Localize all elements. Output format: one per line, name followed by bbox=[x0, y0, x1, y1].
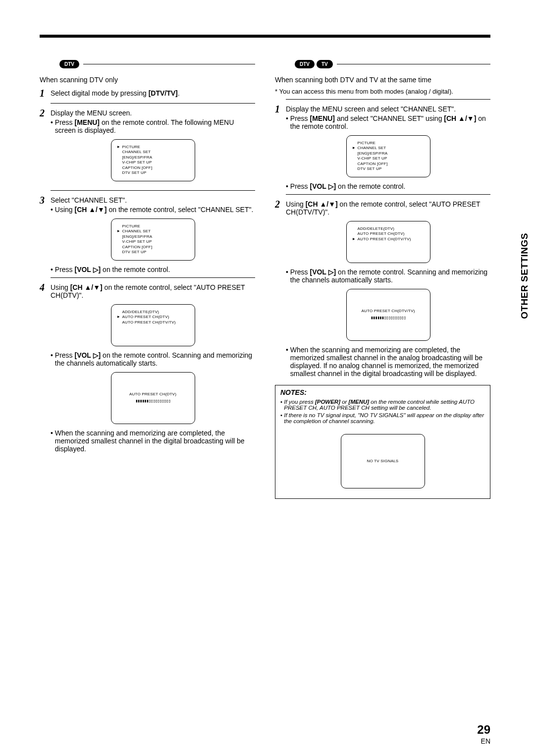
step-2r: 2 Using [CH ▲/▼] on the remote control, … bbox=[275, 199, 490, 378]
step-number: 2 bbox=[40, 108, 51, 186]
osd-menu-item: AUTO PRESET CH(DTV/TV) bbox=[358, 237, 411, 242]
step-text: Using [CH ▲/▼] on the remote control, se… bbox=[51, 283, 245, 299]
step-number: 1 bbox=[40, 88, 51, 99]
osd-menu-item: ADD/DELETE(DTV) bbox=[358, 226, 395, 231]
osd-menu-item: CAPTION [OFF] bbox=[358, 162, 388, 166]
top-rule bbox=[40, 35, 490, 38]
osd-menu-item: DTV SET UP bbox=[122, 250, 147, 255]
osd-menu-item: CAPTION [OFF] bbox=[122, 165, 153, 170]
osd-preset-dtv: ADD/DELETE(DTV)AUTO PRESET CH(DTV)AUTO P… bbox=[111, 304, 195, 346]
osd-title: AUTO PRESET CH(DTV) bbox=[129, 392, 176, 397]
step-number: 2 bbox=[275, 199, 286, 378]
dtv-tag: DTV bbox=[295, 60, 315, 68]
osd-menu-item: DTV SET UP bbox=[122, 170, 147, 175]
note-item: If you press [POWER] or [MENU] on the re… bbox=[284, 399, 485, 411]
dtv-tag: DTV bbox=[59, 60, 79, 68]
tag-rule-line bbox=[83, 64, 255, 64]
step-number: 4 bbox=[40, 282, 51, 453]
osd-preset-dtvtv: ADD/DELETE(DTV)AUTO PRESET CH(DTV)AUTO P… bbox=[346, 221, 430, 263]
osd-scanning-dtvtv: AUTO PRESET CH(DTV/TV) ▮▮▮▮▮▮▯▯▯▯▯▯▯▯▯▯ bbox=[346, 289, 430, 341]
left-intro: When scanning DTV only bbox=[40, 76, 255, 84]
step-2: 2 Display the MENU screen. Press [MENU] … bbox=[40, 108, 255, 186]
osd-menu-item: AUTO PRESET CH(DTV) bbox=[122, 315, 169, 320]
bullet-text: Press [VOL ▷] on the remote control. bbox=[55, 266, 255, 273]
dtv-tv-button-label: [DTV/TV] bbox=[149, 89, 178, 97]
bullet-text: When the scanning and memorizing are com… bbox=[55, 429, 255, 453]
notes-box: NOTES: If you press [POWER] or [MENU] on… bbox=[275, 385, 490, 499]
osd-menu-item: [ENG]/ESP/FRA bbox=[122, 155, 153, 160]
osd-menu-channel: PICTURECHANNEL SET[ENG]/ESP/FRAV-CHIP SE… bbox=[111, 218, 195, 261]
bullet-text: When the scanning and memorizing are com… bbox=[290, 346, 490, 378]
step-divider bbox=[286, 194, 490, 195]
osd-menu-item: PICTURE bbox=[122, 145, 141, 150]
step-4: 4 Using [CH ▲/▼] on the remote control, … bbox=[40, 282, 255, 453]
osd-no-signal: NO TV SIGNALS bbox=[341, 434, 425, 488]
osd-menu-item: [ENG]/ESP/FRA bbox=[358, 151, 388, 156]
osd-menu-item: CAPTION [OFF] bbox=[122, 245, 153, 250]
right-column: DTV TV When scanning both DTV and TV at … bbox=[275, 60, 490, 499]
osd-menu-item: CHANNEL SET bbox=[122, 150, 151, 155]
osd-scanning-dtv: AUTO PRESET CH(DTV) ▮▮▮▮▮▮▯▯▯▯▯▯▯▯▯▯ bbox=[111, 372, 195, 424]
osd-menu-item: PICTURE bbox=[358, 141, 376, 146]
bullet-text: Press [VOL ▷] on the remote control. Sca… bbox=[55, 351, 255, 367]
bullet-text: Press [MENU] on the remote control. The … bbox=[55, 118, 255, 134]
page-number: 29 bbox=[477, 723, 490, 737]
osd-menu-item: AUTO PRESET CH(DTV) bbox=[358, 231, 405, 236]
osd-menu-item: AUTO PRESET CH(DTV/TV) bbox=[122, 320, 176, 325]
step-divider bbox=[286, 99, 490, 100]
progress-bar: ▮▮▮▮▮▮▯▯▯▯▯▯▯▯▯▯ bbox=[135, 398, 170, 404]
mode-tags: DTV TV bbox=[295, 60, 490, 68]
step-text: Using [CH ▲/▼] on the remote control, se… bbox=[286, 200, 480, 216]
bullet-text: Press [MENU] and select "CHANNEL SET" us… bbox=[290, 114, 490, 130]
step-1r: 1 Display the MENU screen and select "CH… bbox=[275, 104, 490, 190]
osd-message: NO TV SIGNALS bbox=[367, 459, 399, 464]
mode-note: * You can access this menu from both mod… bbox=[275, 88, 490, 95]
osd-menu-picture: PICTURECHANNEL SET[ENG]/ESP/FRAV-CHIP SE… bbox=[111, 139, 195, 181]
note-item: If there is no TV signal input, "NO TV S… bbox=[284, 412, 485, 424]
step-divider bbox=[51, 277, 255, 278]
left-column: DTV When scanning DTV only 1 Select digi… bbox=[40, 60, 255, 499]
osd-menu-item: [ENG]/ESP/FRA bbox=[122, 234, 153, 239]
tag-rule-line bbox=[337, 64, 490, 64]
bullet-text: Using [CH ▲/▼] on the remote control, se… bbox=[55, 206, 255, 214]
page-footer: 29 EN bbox=[477, 723, 490, 745]
notes-header: NOTES: bbox=[275, 385, 490, 396]
bullet-text: Press [VOL ▷] on the remote control. bbox=[290, 182, 490, 190]
osd-menu-item: DTV SET UP bbox=[358, 166, 382, 171]
osd-menu-channel: PICTURECHANNEL SET[ENG]/ESP/FRAV-CHIP SE… bbox=[346, 135, 430, 177]
right-intro: When scanning both DTV and TV at the sam… bbox=[275, 76, 490, 84]
step-text: Display the MENU screen and select "CHAN… bbox=[286, 105, 456, 113]
step-text: Select "CHANNEL SET". bbox=[51, 196, 127, 204]
step-divider bbox=[51, 103, 255, 104]
section-side-label: OTHER SETTINGS bbox=[519, 233, 530, 319]
step-3: 3 Select "CHANNEL SET". Using [CH ▲/▼] o… bbox=[40, 195, 255, 273]
progress-bar: ▮▮▮▮▮▮▯▯▯▯▯▯▯▯▯▯ bbox=[371, 315, 406, 321]
osd-menu-item: CHANNEL SET bbox=[122, 229, 151, 234]
mode-tags: DTV bbox=[59, 60, 255, 68]
osd-menu-item: CHANNEL SET bbox=[358, 146, 386, 151]
bullet-text: Press [VOL ▷] on the remote control. Sca… bbox=[290, 268, 490, 284]
step-number: 1 bbox=[275, 104, 286, 190]
step-text: Display the MENU screen. bbox=[51, 109, 132, 117]
osd-menu-item: V-CHIP SET UP bbox=[122, 160, 152, 165]
osd-menu-item: V-CHIP SET UP bbox=[358, 156, 387, 161]
step-1: 1 Select digital mode by pressing [DTV/T… bbox=[40, 88, 255, 99]
step-number: 3 bbox=[40, 195, 51, 273]
osd-menu-item: V-CHIP SET UP bbox=[122, 239, 152, 244]
language-code: EN bbox=[477, 737, 490, 745]
tv-tag: TV bbox=[317, 60, 333, 68]
step-divider bbox=[51, 190, 255, 191]
osd-menu-item: ADD/DELETE(DTV) bbox=[122, 310, 160, 315]
step-text: Select digital mode by pressing [DTV/TV]… bbox=[51, 88, 255, 99]
osd-title: AUTO PRESET CH(DTV/TV) bbox=[361, 309, 415, 314]
osd-menu-item: PICTURE bbox=[122, 224, 141, 229]
